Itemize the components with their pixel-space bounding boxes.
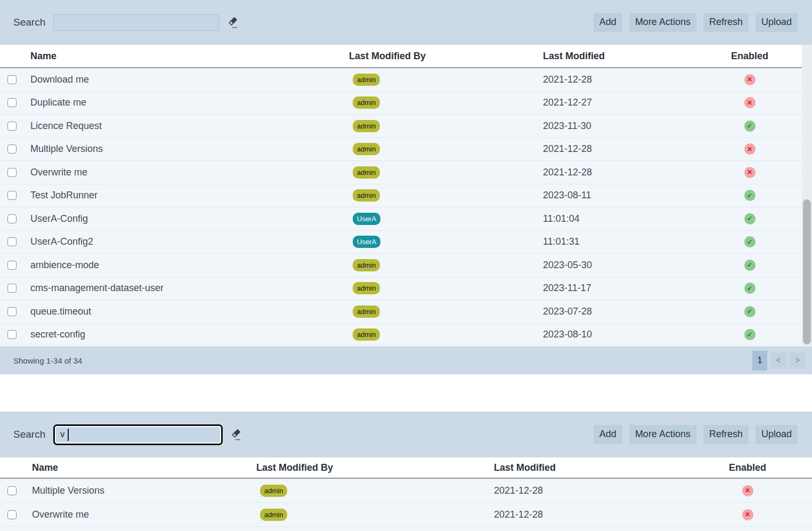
enabled-status-icon: ✓ (744, 283, 756, 294)
row-checkbox[interactable] (7, 98, 17, 107)
search-label: Search (13, 17, 45, 28)
column-header-last-modified-by[interactable]: Last Modified By (349, 51, 543, 62)
last-modified-cell: 2023-05-30 (543, 260, 715, 271)
modified-by-badge: admin (353, 328, 380, 341)
search-input-focused[interactable] (53, 424, 223, 445)
add-button[interactable]: Add (594, 425, 622, 444)
table-row[interactable]: Multiple Versions admin 2021-12-28 ✕ (0, 479, 812, 503)
last-modified-cell: 2021-12-28 (543, 167, 715, 178)
search-input[interactable] (53, 14, 220, 31)
modified-by-badge: UserA (353, 236, 380, 248)
upload-button[interactable]: Upload (756, 425, 798, 444)
clear-search-icon[interactable] (230, 429, 242, 441)
enabled-status-icon: ✕ (742, 485, 753, 496)
upload-button[interactable]: Upload (756, 13, 798, 31)
column-header-last-modified[interactable]: Last Modified (543, 51, 715, 62)
row-name[interactable]: Overwrite me (30, 167, 349, 178)
table-row[interactable]: queue.timeout admin 2023-07-28 ✓ (0, 300, 812, 324)
row-name[interactable]: ambience-mode (30, 260, 349, 271)
modified-by-badge: admin (353, 259, 380, 271)
column-header-last-modified-by[interactable]: Last Modified By (256, 462, 494, 473)
row-checkbox[interactable] (7, 307, 17, 316)
row-checkbox[interactable] (7, 168, 17, 177)
last-modified-cell: 2021-12-28 (543, 74, 715, 85)
more-actions-button[interactable]: More Actions (629, 13, 696, 31)
row-name[interactable]: UserA-Config (30, 213, 349, 224)
row-checkbox[interactable] (7, 486, 17, 495)
modified-by-badge: admin (353, 96, 380, 109)
modified-by-badge: admin (260, 485, 287, 497)
table-row[interactable]: Duplicate me admin 2021-12-27 ✕ (0, 92, 812, 115)
row-checkbox[interactable] (7, 284, 17, 293)
row-checkbox[interactable] (7, 261, 17, 270)
enabled-status-icon: ✓ (744, 260, 756, 271)
table-footer: Showing 1-34 of 34 1 < > (0, 347, 812, 374)
text-cursor (68, 429, 69, 441)
enabled-status-icon: ✓ (744, 306, 756, 317)
enabled-status-icon: ✕ (744, 97, 756, 108)
column-header-last-modified[interactable]: Last Modified (494, 462, 709, 473)
row-name[interactable]: Duplicate me (30, 97, 349, 108)
last-modified-cell: 2023-07-28 (543, 306, 715, 317)
table-row[interactable]: Overwrite me admin 2021-12-28 ✕ (0, 503, 812, 527)
row-name[interactable]: secret-config (30, 329, 349, 340)
add-button[interactable]: Add (594, 13, 622, 31)
row-name[interactable]: Multiple Versions (30, 143, 349, 155)
row-checkbox[interactable] (7, 510, 17, 519)
row-name[interactable]: Test JobRunner (30, 190, 349, 201)
column-header-name[interactable]: Name (30, 51, 349, 62)
refresh-button[interactable]: Refresh (703, 13, 749, 31)
last-modified-cell: 2023-11-17 (543, 283, 715, 294)
prev-page-button[interactable]: < (770, 352, 786, 368)
table-row[interactable]: cms-management-dataset-user admin 2023-1… (0, 277, 812, 301)
table-row[interactable]: Multiple Versions admin 2021-12-28 ✕ (0, 138, 812, 162)
partial-table-row (0, 527, 812, 531)
row-name[interactable]: UserA-Config2 (30, 236, 349, 247)
table-row[interactable]: UserA-Config UserA 11:01:04 ✓ (0, 207, 812, 231)
row-name[interactable]: queue.timeout (30, 306, 349, 317)
column-header-enabled[interactable]: Enabled (709, 462, 786, 473)
table-header: Name Last Modified By Last Modified Enab… (0, 457, 812, 479)
row-name[interactable]: Overwrite me (30, 509, 256, 520)
row-checkbox[interactable] (7, 191, 17, 200)
table-row[interactable]: Overwrite me admin 2021-12-28 ✕ (0, 161, 812, 184)
row-checkbox[interactable] (7, 330, 17, 339)
row-name[interactable]: cms-management-dataset-user (30, 283, 349, 294)
toolbar-top: Search Add More Actions Refresh Upload (0, 0, 812, 45)
row-checkbox[interactable] (7, 214, 17, 223)
showing-count: Showing 1-34 of 34 (13, 356, 82, 365)
toolbar-bottom: Search Add More Actions Refresh Upload (0, 412, 812, 457)
row-name[interactable]: Download me (30, 74, 349, 85)
row-checkbox[interactable] (7, 75, 17, 84)
pagination: 1 < > (752, 351, 806, 371)
table-row[interactable]: ambience-mode admin 2023-05-30 ✓ (0, 254, 812, 277)
next-page-button[interactable]: > (790, 352, 806, 368)
enabled-status-icon: ✕ (744, 74, 756, 85)
modified-by-badge: admin (353, 120, 380, 132)
page-1-button[interactable]: 1 (752, 351, 767, 371)
row-checkbox[interactable] (7, 144, 17, 154)
row-checkbox[interactable] (7, 122, 17, 131)
column-header-enabled[interactable]: Enabled (715, 51, 784, 62)
table-row[interactable]: Licence Request admin 2023-11-30 ✓ (0, 115, 812, 138)
last-modified-cell: 2023-08-10 (543, 329, 715, 340)
more-actions-button[interactable]: More Actions (629, 425, 696, 444)
table-row[interactable]: UserA-Config2 UserA 11:01:31 ✓ (0, 231, 812, 254)
table-row[interactable]: Test JobRunner admin 2023-08-11 ✓ (0, 184, 812, 208)
row-name[interactable]: Multiple Versions (30, 485, 256, 496)
modified-by-badge: admin (353, 305, 380, 318)
scrollbar-thumb[interactable] (803, 199, 811, 344)
column-header-name[interactable]: Name (30, 462, 256, 473)
last-modified-cell: 2023-11-30 (543, 120, 715, 132)
clear-search-icon[interactable] (226, 17, 239, 29)
enabled-status-icon: ✕ (744, 143, 756, 155)
row-name[interactable]: Licence Request (30, 120, 349, 132)
refresh-button[interactable]: Refresh (703, 425, 749, 444)
enabled-status-icon: ✓ (744, 190, 756, 201)
table-row[interactable]: secret-config admin 2023-08-10 ✓ (0, 324, 812, 347)
row-checkbox[interactable] (7, 237, 17, 246)
modified-by-badge: UserA (353, 213, 380, 225)
table-row[interactable]: Download me admin 2021-12-28 ✕ (0, 68, 812, 92)
enabled-status-icon: ✓ (744, 213, 756, 224)
scrollbar[interactable] (802, 45, 812, 347)
